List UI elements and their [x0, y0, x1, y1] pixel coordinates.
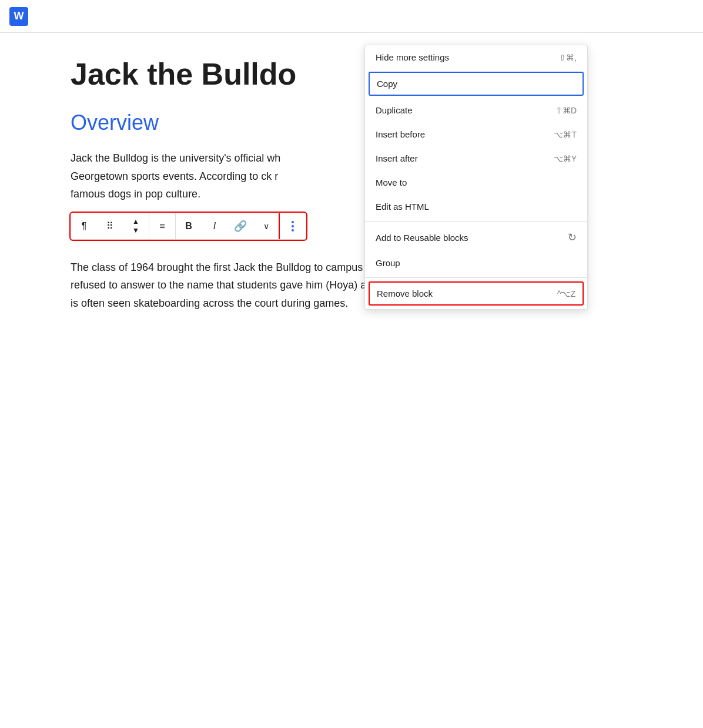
- move-button[interactable]: ▲ ▼: [123, 213, 149, 239]
- link-button[interactable]: 🔗: [227, 213, 253, 239]
- menu-item-label: Add to Reusable blocks: [376, 233, 468, 243]
- menu-item-hide-more-settings[interactable]: Hide more settings ⇧⌘,: [365, 45, 587, 69]
- toolbar-group-align: ≡: [149, 213, 176, 239]
- menu-shortcut: ⇧⌘,: [559, 53, 577, 62]
- italic-button[interactable]: I: [202, 213, 227, 239]
- menu-item-label: Edit as HTML: [376, 202, 429, 212]
- menu-item-label: Insert after: [376, 153, 418, 163]
- menu-item-move-to[interactable]: Move to: [365, 170, 587, 194]
- content-area: Jack the Bulldo Overview Jack the Bulldo…: [0, 33, 703, 336]
- logo: W: [9, 7, 28, 26]
- menu-item-label: Hide more settings: [376, 52, 449, 62]
- context-menu: Hide more settings ⇧⌘, Copy Duplicate ⇧⌘…: [364, 45, 588, 310]
- more-formats-button[interactable]: ∨: [253, 213, 279, 239]
- menu-shortcut: ⌥⌘T: [554, 130, 577, 139]
- menu-item-edit-as-html[interactable]: Edit as HTML: [365, 194, 587, 219]
- menu-item-insert-before[interactable]: Insert before ⌥⌘T: [365, 122, 587, 146]
- align-button[interactable]: ≡: [149, 213, 175, 239]
- menu-item-add-reusable[interactable]: Add to Reusable blocks ↺: [365, 224, 587, 251]
- menu-item-duplicate[interactable]: Duplicate ⇧⌘D: [365, 98, 587, 122]
- menu-shortcut: ⌥⌘Y: [554, 154, 577, 163]
- menu-shortcut: ⇧⌘D: [555, 106, 577, 115]
- paragraph-type-button[interactable]: ¶: [71, 213, 97, 239]
- more-options-button[interactable]: [280, 213, 306, 239]
- menu-item-copy[interactable]: Copy: [369, 72, 584, 96]
- block-toolbar: ¶ ⠿ ▲ ▼ ≡ B I 🔗: [71, 213, 306, 240]
- menu-item-group[interactable]: Group: [365, 251, 587, 275]
- reusable-icon: ↺: [568, 231, 577, 244]
- menu-item-label: Group: [376, 258, 400, 268]
- menu-item-label: Duplicate: [376, 105, 413, 115]
- top-bar: W: [0, 0, 703, 33]
- menu-shortcut: ^⌥Z: [557, 289, 575, 298]
- three-dots-icon: [292, 221, 294, 232]
- menu-divider-1: [365, 221, 587, 222]
- bold-button[interactable]: B: [176, 213, 202, 239]
- menu-item-label: Insert before: [376, 129, 425, 139]
- menu-item-label: Copy: [377, 79, 397, 89]
- toolbar-group-more: [280, 213, 306, 239]
- drag-handle-button[interactable]: ⠿: [97, 213, 123, 239]
- toolbar-group-format: B I 🔗 ∨: [176, 213, 280, 239]
- menu-item-insert-after[interactable]: Insert after ⌥⌘Y: [365, 146, 587, 170]
- menu-item-label: Move to: [376, 177, 407, 187]
- menu-item-remove-block[interactable]: Remove block ^⌥Z: [369, 281, 584, 306]
- menu-item-label: Remove block: [377, 288, 433, 298]
- menu-divider-2: [365, 277, 587, 278]
- toolbar-group-block: ¶ ⠿ ▲ ▼: [71, 213, 149, 239]
